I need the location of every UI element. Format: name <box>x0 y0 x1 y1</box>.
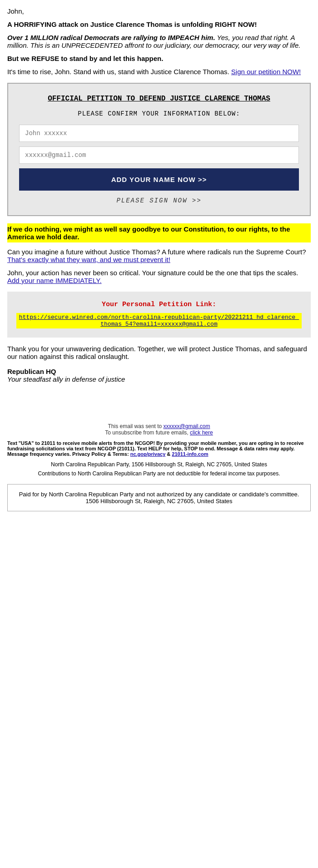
paid-for-box: Paid for by North Carolina Republican Pa… <box>7 484 311 511</box>
closing-paragraph: Thank you for your unwavering dedication… <box>7 345 311 360</box>
body-paragraph-4: Can you imagine a future without Justice… <box>7 248 311 263</box>
signature-tagline: Your steadfast ally in defense of justic… <box>7 375 311 383</box>
body-paragraph-5: John, your action has never been so crit… <box>7 269 311 284</box>
petition-box: OFFICIAL PETITION TO DEFEND JUSTICE CLAR… <box>7 83 311 216</box>
add-name-button[interactable]: ADD YOUR NAME NOW >> <box>19 168 299 191</box>
petition-title: OFFICIAL PETITION TO DEFEND JUSTICE CLAR… <box>19 95 299 103</box>
name-input[interactable] <box>19 125 299 142</box>
body5-pre: John, your action has never been so crit… <box>7 269 298 277</box>
sign-petition-link[interactable]: Sign our petition NOW! <box>231 68 301 76</box>
personal-link-url[interactable]: https://secure.winred.com/north-carolina… <box>16 313 302 328</box>
spacer <box>7 390 311 418</box>
personal-link-box: Your Personal Petition Link: https://sec… <box>7 292 311 338</box>
body1-italic-bold: Over 1 MILLION radical Democrats are ral… <box>7 34 215 41</box>
petition-subtitle: PLEASE CONFIRM YOUR INFORMATION BELOW: <box>19 110 299 117</box>
footer-privacy-link[interactable]: nc.gop/privacy <box>130 451 166 457</box>
footer-legal-and: & <box>165 451 172 457</box>
footer-unsubscribe-link[interactable]: click here <box>190 429 213 436</box>
footer-unsubscribe-pre: To unsubscribe from future emails, <box>105 429 190 436</box>
salutation: John, <box>7 7 311 15</box>
body-paragraph-1: Over 1 MILLION radical Democrats are ral… <box>7 34 311 49</box>
add-name-immediately-link[interactable]: Add your name IMMEDIATELY. <box>7 277 102 284</box>
footer-email-sent: This email was sent to xxxxxx@gmail.com … <box>7 423 311 436</box>
footer-address: North Carolina Republican Party, 1506 Hi… <box>7 461 311 468</box>
email-input[interactable] <box>19 146 299 164</box>
body4-pre: Can you imagine a future without Justice… <box>7 248 306 256</box>
body-paragraph-3: It's time to rise, John. Stand with us, … <box>7 68 311 76</box>
personal-link-title: Your Personal Petition Link: <box>16 301 302 308</box>
footer-contributions: Contributions to North Carolina Republic… <box>7 470 311 477</box>
footer-email-sent-pre: This email was sent to <box>108 423 164 429</box>
body3-pre: It's time to rise, John. Stand with us, … <box>7 68 231 76</box>
sign-now-text: PLEASE SIGN NOW >> <box>19 197 299 204</box>
body-paragraph-2: But we REFUSE to stand by and let this h… <box>7 55 311 62</box>
highlight-text: If we do nothing, we might as well say g… <box>7 223 311 242</box>
signature-block: Republican HQ Your steadfast ally in def… <box>7 368 311 383</box>
headline: A HORRIFYING attack on Justice Clarence … <box>7 20 311 28</box>
signature-name: Republican HQ <box>7 368 311 375</box>
footer-terms-link[interactable]: 21011-info.com <box>172 451 208 457</box>
footer-legal-text: Text "USA" to 21011 to receive mobile al… <box>7 440 311 457</box>
footer-email-link[interactable]: xxxxxx@gmail.com <box>164 423 210 429</box>
prevent-it-link[interactable]: That's exactly what they want, and we mu… <box>7 256 170 263</box>
